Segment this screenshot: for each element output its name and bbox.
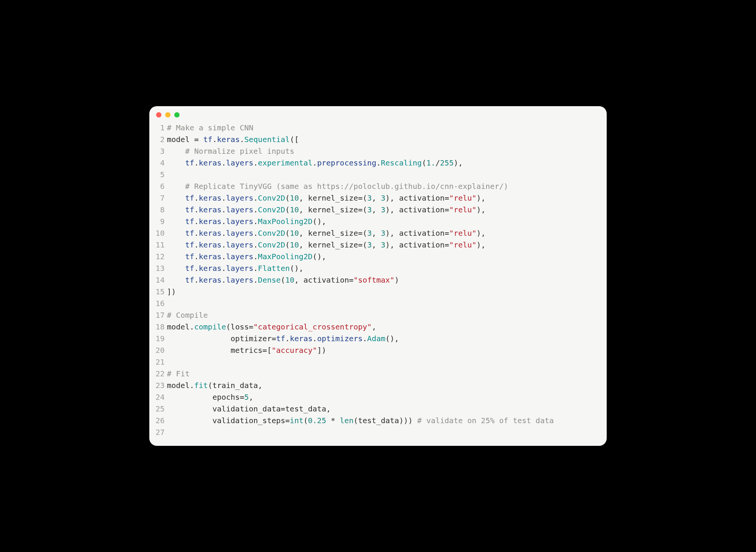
line-number: 7: [155, 192, 167, 204]
traffic-light-close-icon[interactable]: [156, 112, 161, 118]
line-source[interactable]: optimizer=tf.keras.optimizers.Adam(),: [167, 333, 601, 345]
code-line[interactable]: 6 # Replicate TinyVGG (same as https://p…: [155, 181, 601, 192]
token: .: [222, 217, 226, 226]
token: .: [222, 252, 226, 261]
line-source[interactable]: tf.keras.layers.experimental.preprocessi…: [167, 157, 601, 169]
token: loss: [231, 322, 249, 331]
code-line[interactable]: 8 tf.keras.layers.Conv2D(10, kernel_size…: [155, 204, 601, 216]
token: (: [353, 416, 358, 425]
line-source[interactable]: validation_data=test_data,: [167, 403, 601, 415]
line-source[interactable]: tf.keras.layers.Dense(10, activation="so…: [167, 274, 601, 286]
code-line[interactable]: 22# Fit: [155, 368, 601, 380]
line-source[interactable]: # Replicate TinyVGG (same as https://pol…: [167, 181, 601, 192]
token: .: [194, 264, 199, 273]
line-number: 13: [155, 263, 167, 274]
line-number: 20: [155, 345, 167, 356]
line-source[interactable]: tf.keras.layers.Conv2D(10, kernel_size=(…: [167, 204, 601, 216]
code-line[interactable]: 1# Make a simple CNN: [155, 122, 601, 134]
token: tf: [185, 193, 194, 203]
line-source[interactable]: tf.keras.layers.Conv2D(10, kernel_size=(…: [167, 192, 601, 204]
code-line[interactable]: 13 tf.keras.layers.Flatten(),: [155, 263, 601, 274]
code-line[interactable]: 21: [155, 356, 601, 368]
code-line[interactable]: 14 tf.keras.layers.Dense(10, activation=…: [155, 274, 601, 286]
line-source[interactable]: # Normalize pixel inputs: [167, 145, 601, 157]
token: ),: [386, 205, 399, 214]
code-line[interactable]: 7 tf.keras.layers.Conv2D(10, kernel_size…: [155, 192, 601, 204]
code-line[interactable]: 18model.compile(loss="categorical_crosse…: [155, 321, 601, 333]
token: tf: [185, 229, 194, 238]
code-line[interactable]: 4 tf.keras.layers.experimental.preproces…: [155, 157, 601, 169]
line-source[interactable]: metrics=["accuracy"]): [167, 345, 601, 356]
line-number: 27: [155, 427, 167, 438]
line-source[interactable]: model = tf.keras.Sequential([: [167, 134, 601, 145]
token: [167, 217, 185, 226]
code-line[interactable]: 11 tf.keras.layers.Conv2D(10, kernel_siz…: [155, 239, 601, 251]
code-line[interactable]: 10 tf.keras.layers.Conv2D(10, kernel_siz…: [155, 227, 601, 239]
line-source[interactable]: tf.keras.layers.Conv2D(10, kernel_size=(…: [167, 239, 601, 251]
code-line[interactable]: 25 validation_data=test_data,: [155, 403, 601, 415]
code-line[interactable]: 15]): [155, 286, 601, 298]
token: tf: [185, 275, 194, 285]
token: (: [285, 240, 290, 249]
traffic-light-zoom-icon[interactable]: [174, 112, 180, 118]
line-source[interactable]: model.compile(loss="categorical_crossent…: [167, 321, 601, 333]
line-source[interactable]: validation_steps=int(0.25 * len(test_dat…: [167, 415, 601, 427]
token: ),: [476, 240, 485, 249]
line-source[interactable]: # Compile: [167, 309, 601, 321]
token: =: [445, 205, 449, 214]
token: model: [167, 135, 194, 144]
token: layers: [226, 217, 253, 226]
token: keras: [199, 252, 222, 261]
token: tf: [185, 205, 194, 214]
code-line[interactable]: 16: [155, 298, 601, 309]
line-source[interactable]: [167, 356, 601, 368]
traffic-light-minimize-icon[interactable]: [165, 112, 170, 118]
line-source[interactable]: # Fit: [167, 368, 601, 380]
token: (),: [313, 217, 326, 226]
line-source[interactable]: [167, 298, 601, 309]
line-number: 24: [155, 391, 167, 403]
token: Flatten: [258, 264, 290, 273]
code-line[interactable]: 3 # Normalize pixel inputs: [155, 145, 601, 157]
line-source[interactable]: tf.keras.layers.MaxPooling2D(),: [167, 216, 601, 227]
line-source[interactable]: epochs=5,: [167, 391, 601, 403]
line-source[interactable]: ]): [167, 286, 601, 298]
line-source[interactable]: model.fit(train_data,: [167, 380, 601, 391]
token: tf: [185, 264, 194, 273]
code-line[interactable]: 5: [155, 169, 601, 181]
line-source[interactable]: [167, 427, 601, 438]
token: optimizers: [317, 334, 363, 343]
token: =: [445, 193, 449, 203]
token: optimizer: [231, 334, 271, 343]
token: ,: [299, 205, 308, 214]
code-line[interactable]: 27: [155, 427, 601, 438]
token: 10: [290, 240, 299, 249]
line-source[interactable]: tf.keras.layers.Conv2D(10, kernel_size=(…: [167, 227, 601, 239]
token: .: [194, 217, 199, 226]
code-line[interactable]: 19 optimizer=tf.keras.optimizers.Adam(),: [155, 333, 601, 345]
token: ,: [299, 193, 308, 203]
token: ),: [476, 229, 485, 238]
token: Conv2D: [258, 193, 285, 203]
code-line[interactable]: 17# Compile: [155, 309, 601, 321]
code-line[interactable]: 26 validation_steps=int(0.25 * len(test_…: [155, 415, 601, 427]
code-block[interactable]: 1# Make a simple CNN2model = tf.keras.Se…: [149, 121, 607, 438]
token: (: [363, 240, 367, 249]
code-line[interactable]: 20 metrics=["accuracy"]): [155, 345, 601, 356]
line-source[interactable]: tf.keras.layers.MaxPooling2D(),: [167, 251, 601, 263]
line-source[interactable]: # Make a simple CNN: [167, 122, 601, 134]
code-line[interactable]: 23model.fit(train_data,: [155, 380, 601, 391]
code-line[interactable]: 24 epochs=5,: [155, 391, 601, 403]
line-source[interactable]: [167, 169, 601, 181]
token: (),: [290, 264, 304, 273]
token: "relu": [449, 240, 476, 249]
token: keras: [199, 193, 222, 203]
token: .: [190, 322, 194, 331]
code-line[interactable]: 9 tf.keras.layers.MaxPooling2D(),: [155, 216, 601, 227]
token: (: [363, 205, 367, 214]
token: # Replicate TinyVGG (same as https://pol…: [185, 182, 508, 191]
code-line[interactable]: 12 tf.keras.layers.MaxPooling2D(),: [155, 251, 601, 263]
code-line[interactable]: 2model = tf.keras.Sequential([: [155, 134, 601, 145]
token: [167, 275, 185, 285]
line-source[interactable]: tf.keras.layers.Flatten(),: [167, 263, 601, 274]
